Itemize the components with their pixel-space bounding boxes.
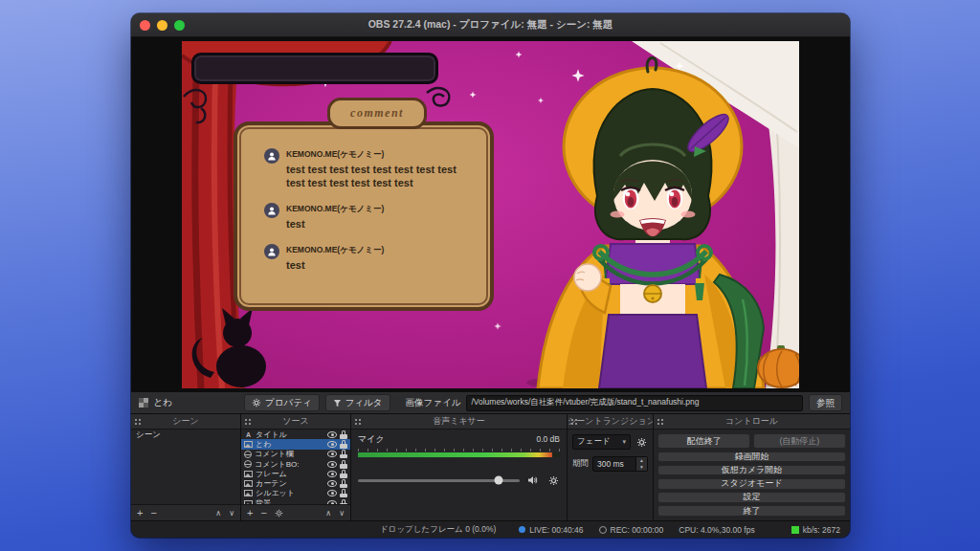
remove-scene-button[interactable]: − (150, 508, 156, 518)
record-icon (599, 526, 607, 534)
controls-dock: コントロール 配信終了 (自動停止) 録画開始 仮想カメラ開始 スタジオモード … (654, 414, 850, 520)
lock-icon[interactable] (340, 470, 347, 478)
image-source-icon (244, 500, 253, 504)
visibility-eye-icon[interactable] (327, 431, 337, 438)
sources-dock-header[interactable]: ソース (241, 414, 350, 430)
source-row[interactable]: シルエット (241, 489, 350, 498)
source-row[interactable]: フレーム (241, 469, 350, 478)
sources-list: A タイトル とわ コメント欄 (241, 430, 350, 504)
mixer-settings-button[interactable] (546, 474, 560, 487)
add-source-button[interactable]: + (247, 508, 253, 518)
move-scene-up-button[interactable]: ∧ (215, 509, 221, 518)
duration-label: 期間 (572, 458, 589, 470)
start-virtual-camera-button[interactable]: 仮想カメラ開始 (657, 465, 846, 476)
move-source-down-button[interactable]: ∨ (339, 509, 345, 518)
scene-list-item[interactable]: シーン (131, 430, 240, 441)
step-down-icon[interactable]: ▾ (636, 464, 647, 471)
mute-speaker-button[interactable] (526, 474, 540, 487)
transition-settings-button[interactable] (635, 435, 648, 449)
lock-icon[interactable] (340, 489, 347, 497)
file-path-input[interactable] (466, 395, 803, 411)
zoom-button[interactable] (174, 20, 185, 31)
scenes-list: シーン (131, 430, 240, 504)
dock-row: シーン シーン + − ∧ ∨ ソース A (131, 413, 850, 520)
close-button[interactable] (140, 20, 150, 31)
gear-icon (548, 475, 559, 486)
browse-button[interactable]: 参照 (809, 394, 842, 411)
rec-status: REC: 00:00:00 (599, 525, 664, 535)
filters-button[interactable]: フィルタ (325, 394, 390, 411)
lock-icon[interactable] (340, 479, 347, 488)
preview-area: comment KEMONO.ME(ケモノミー) test test test … (131, 37, 850, 391)
source-row[interactable]: カーテン (241, 478, 350, 488)
visibility-eye-icon[interactable] (327, 461, 337, 468)
transition-select[interactable]: フェード ▾ (572, 434, 631, 450)
start-recording-button[interactable]: 録画開始 (657, 452, 846, 463)
duration-spinbox[interactable]: 300 ms ▴▾ (592, 456, 648, 472)
stop-streaming-button[interactable]: 配信終了 (657, 433, 750, 449)
chat-author: KEMONO.ME(ケモノミー) (286, 149, 476, 161)
add-scene-button[interactable]: + (137, 508, 143, 518)
chat-text: test (286, 217, 384, 231)
scenes-dock: シーン シーン + − ∧ ∨ (131, 414, 241, 520)
visibility-eye-icon[interactable] (327, 441, 337, 448)
source-row[interactable]: 背景 (241, 498, 350, 504)
duration-value: 300 ms (593, 459, 635, 469)
properties-button[interactable]: プロパティ (244, 394, 320, 411)
source-properties-button[interactable] (275, 509, 283, 518)
minimize-button[interactable] (157, 20, 167, 31)
transitions-dock-header[interactable]: シーントランジション (568, 414, 653, 430)
step-up-icon[interactable]: ▴ (636, 457, 647, 464)
remove-source-button[interactable]: − (260, 508, 266, 518)
file-field-label: 画像ファイル (406, 397, 461, 409)
image-source-icon (139, 398, 148, 408)
exit-button[interactable]: 終了 (657, 505, 846, 517)
comment-frame: KEMONO.ME(ケモノミー) test test test test tes… (234, 121, 494, 311)
source-row[interactable]: A タイトル (241, 430, 350, 439)
browser-source-icon (244, 460, 252, 468)
lock-icon[interactable] (340, 499, 347, 504)
chat-text: test test test test test test test test … (286, 163, 476, 190)
volume-slider[interactable] (358, 479, 520, 482)
image-source-icon (244, 471, 253, 477)
lock-icon[interactable] (340, 450, 347, 458)
visibility-eye-icon[interactable] (327, 471, 337, 477)
title-banner (191, 53, 438, 84)
image-source-icon (244, 480, 253, 487)
visibility-eye-icon[interactable] (327, 500, 337, 504)
lock-icon[interactable] (340, 440, 347, 449)
studio-mode-button[interactable]: スタジオモード (657, 478, 846, 490)
controls-dock-header[interactable]: コントロール (654, 414, 850, 430)
browser-source-icon (244, 451, 252, 458)
auto-stop-button[interactable]: (自動停止) (753, 433, 846, 449)
cpu-status: CPU: 4.0%,30.00 fps (679, 525, 754, 535)
chat-message: KEMONO.ME(ケモノミー) test (264, 203, 477, 231)
volume-meter (358, 452, 560, 457)
lock-icon[interactable] (340, 460, 347, 469)
live-status: LIVE: 00:40:46 (519, 525, 583, 535)
image-source-icon (244, 441, 253, 448)
visibility-eye-icon[interactable] (327, 490, 337, 496)
lock-icon[interactable] (340, 430, 347, 439)
mixer-dock-header[interactable]: 音声ミキサー (351, 414, 567, 430)
source-row[interactable]: コメント欄 (241, 450, 350, 459)
move-scene-down-button[interactable]: ∨ (229, 509, 234, 518)
source-row-selected[interactable]: とわ (241, 439, 350, 449)
window-titlebar[interactable]: OBS 27.2.4 (mac) - プロファイル: 無題 - シーン: 無題 (131, 13, 850, 37)
move-source-up-button[interactable]: ∧ (325, 509, 331, 518)
sources-toolbar: + − ∧ ∨ (241, 504, 350, 520)
scenes-dock-header[interactable]: シーン (131, 414, 240, 430)
scenes-toolbar: + − ∧ ∨ (131, 504, 240, 520)
selected-source-name: とわ (153, 396, 172, 409)
visibility-eye-icon[interactable] (327, 451, 337, 457)
avatar (264, 244, 279, 259)
visibility-eye-icon[interactable] (327, 480, 337, 487)
source-row[interactable]: コメントBO: (241, 459, 350, 469)
volume-slider-handle[interactable] (495, 476, 503, 485)
settings-button[interactable]: 設定 (657, 492, 846, 503)
image-source-icon (244, 490, 253, 496)
mixer-level-db: 0.0 dB (536, 434, 560, 444)
duration-stepper[interactable]: ▴▾ (635, 457, 647, 471)
gear-icon (275, 509, 283, 518)
scene-canvas[interactable]: comment KEMONO.ME(ケモノミー) test test test … (182, 41, 799, 388)
